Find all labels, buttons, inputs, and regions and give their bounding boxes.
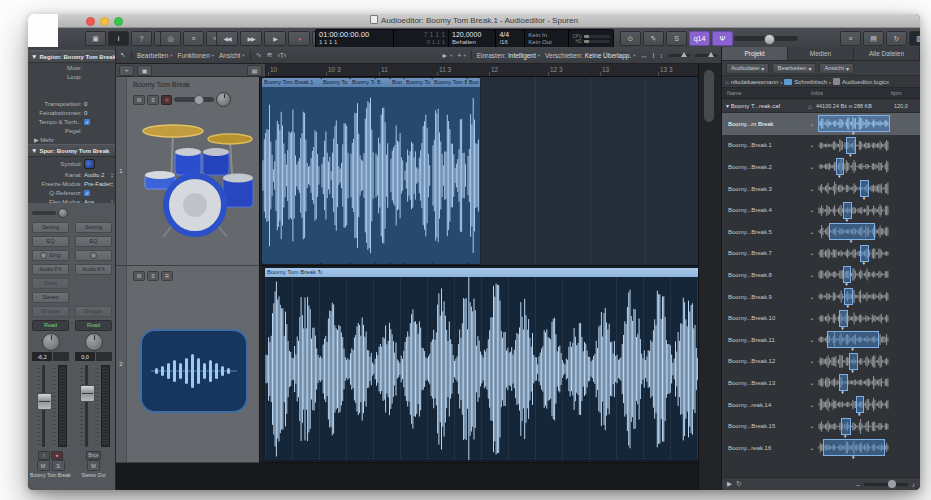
tuning-fork-icon[interactable]: Ψ: [712, 31, 733, 46]
track-2-value[interactable]: Pre-Fader: [84, 181, 111, 187]
note-pads-icon[interactable]: ▤: [863, 31, 884, 46]
master-volume-slider[interactable]: [734, 36, 798, 41]
audio-region[interactable]: Boomy To: [404, 78, 433, 264]
pan-knob[interactable]: [85, 333, 103, 351]
list-item[interactable]: Boomy...Break.8◒▾: [722, 264, 920, 286]
list-item[interactable]: Boomy...Break.9◒▾: [722, 286, 920, 308]
region-5-value[interactable]: 0: [84, 110, 115, 116]
list-item[interactable]: Boomy...Break.1◒▾: [722, 135, 920, 157]
breadcrumb-item[interactable]: Audioeditor.logicx: [842, 79, 889, 85]
list-item[interactable]: Boomy...Break.12◒▾: [722, 351, 920, 373]
track-1-value[interactable]: Audio 2: [84, 172, 111, 178]
play-button[interactable]: ▶: [264, 31, 286, 46]
breadcrumb-item[interactable]: nikolaikaessmann: [731, 79, 779, 85]
list-item[interactable]: Boomy...Break.13◒▾: [722, 372, 920, 394]
audio-region[interactable]: Boomy To: [321, 78, 351, 264]
audio-region[interactable]: Boomy To: [350, 78, 376, 264]
menu-bearbeiten[interactable]: Bearbeiten▾: [137, 52, 173, 59]
zoom-slider[interactable]: [668, 54, 690, 57]
list-item[interactable]: Boomy...Break.7◒▾: [722, 243, 920, 265]
volume-value[interactable]: -6,2: [32, 352, 52, 361]
record-enable-button[interactable]: [161, 95, 172, 105]
scrollbar-thumb[interactable]: [704, 70, 714, 122]
track-lane-1[interactable]: Boomy Tom Break.1Boomy ToBoomy ToBBooBoo…: [260, 77, 698, 266]
audio-region[interactable]: Boomy Tom Break.1: [262, 78, 322, 264]
zoom-v-icon[interactable]: ↕: [660, 52, 664, 59]
region-6-row[interactable]: Tempo & Tonh...✓: [28, 117, 115, 126]
region-1-row[interactable]: Loop:: [28, 72, 115, 81]
titlebar[interactable]: Audioeditor: Boomy Tom Break.1 - Audioed…: [28, 14, 920, 28]
browser-menu-audiodatei[interactable]: Audiodatei▾: [726, 63, 769, 74]
Setting-button[interactable]: Setting: [75, 222, 112, 233]
list-editors-icon[interactable]: ≡: [840, 31, 861, 46]
audio-region-selected[interactable]: Boomy Tom Break ↻: [264, 267, 698, 461]
Audio FX-button[interactable]: Audio FX: [75, 264, 112, 275]
track-lane-2[interactable]: Boomy Tom Break ↻: [260, 266, 698, 463]
zoom-h-icon[interactable]: ↔: [641, 52, 648, 59]
list-item[interactable]: Boomy...Break.3◒▾: [722, 178, 920, 200]
rewind-button[interactable]: ◀◀: [216, 31, 238, 46]
flex-icon[interactable]: ≋: [267, 51, 273, 59]
inspector-icon[interactable]: i: [108, 31, 129, 46]
list-item[interactable]: Boomy...Break.10◒▾: [722, 307, 920, 329]
solo-button[interactable]: S: [147, 271, 159, 281]
Gruppe-button[interactable]: Gruppe: [32, 306, 69, 317]
region-6-value[interactable]: ✓: [84, 119, 115, 125]
quantize-badge[interactable]: q14: [689, 31, 710, 46]
track-header-1[interactable]: 1Boomy Tom BreakMS: [116, 77, 260, 266]
quick-help-icon[interactable]: ?: [131, 31, 152, 46]
track-0-row[interactable]: Symbol:: [28, 157, 115, 170]
tab-projekt[interactable]: Projekt: [722, 47, 788, 60]
track-3-checkbox[interactable]: ✓: [84, 190, 90, 196]
track-0-track-icon[interactable]: [84, 159, 95, 169]
Bnce-mini-button[interactable]: Bnce: [86, 451, 100, 460]
volume-fader[interactable]: [80, 385, 95, 402]
mute-button[interactable]: M: [87, 460, 100, 471]
list-item[interactable]: Boomy...Break.2◒▾: [722, 156, 920, 178]
forward-button[interactable]: ▶▶: [240, 31, 262, 46]
region-4-row[interactable]: Transposition:0: [28, 99, 115, 108]
drag-mode-select[interactable]: Verschieben:Keine Überlapp.▾: [545, 52, 635, 59]
region-3-value[interactable]: ·: [84, 92, 115, 98]
list-item[interactable]: Boomy...m Break◒▾: [722, 113, 920, 135]
pan-knob[interactable]: [42, 333, 60, 351]
Stereo-button[interactable]: Stereo: [32, 292, 69, 303]
pointer-tool[interactable]: ►▾: [441, 52, 452, 59]
track-0-value[interactable]: [84, 159, 115, 169]
metronome-icon[interactable]: ✎: [643, 31, 664, 46]
region-4-value[interactable]: 0: [84, 101, 115, 107]
list-item[interactable]: Boomy...reak.16◒▾: [722, 437, 920, 459]
snap-mode-select[interactable]: Einrasten:Intelligent▾: [477, 52, 540, 59]
gain-knob[interactable]: [58, 208, 68, 218]
list-item[interactable]: Boomy...Break.15◒▾: [722, 415, 920, 437]
library-icon[interactable]: ▣: [85, 31, 106, 46]
volume-value[interactable]: 0,0: [75, 352, 95, 361]
slot-button[interactable]: [75, 250, 112, 261]
browser-menu-ansicht[interactable]: Ansicht▾: [819, 63, 854, 74]
track-header-2[interactable]: 2MSR: [116, 266, 260, 463]
menu-ansicht[interactable]: Ansicht▾: [219, 52, 245, 59]
region-7-row[interactable]: Pegel:: [28, 126, 115, 135]
pencil-tool[interactable]: +▾: [457, 52, 465, 59]
add-track-button[interactable]: +: [119, 65, 134, 76]
Read-button[interactable]: Read: [32, 320, 69, 331]
zoom-slider[interactable]: [695, 54, 717, 57]
mute-button[interactable]: M: [37, 460, 50, 471]
track-inspector[interactable]: ▼Spur: Boomy Tom Break: [28, 144, 115, 157]
mute-button[interactable]: M: [133, 271, 145, 281]
region-2-value[interactable]: ·: [84, 83, 115, 89]
smart-controls-icon[interactable]: ◎: [160, 31, 181, 46]
list-item[interactable]: Boomy...reak.14◒▾: [722, 394, 920, 416]
track-1-stepper[interactable]: ▴▾: [111, 172, 113, 178]
Setting-button[interactable]: Setting: [32, 222, 69, 233]
track-1-row[interactable]: Kanal:Audio 2▴▾: [28, 170, 115, 179]
vertical-scrollbar[interactable]: [698, 64, 721, 490]
solo-button[interactable]: S: [147, 95, 159, 105]
automation-icon[interactable]: ∿: [256, 51, 262, 59]
list-item[interactable]: Boomy...Break.11◒▾: [722, 329, 920, 351]
tab-alle-dateien[interactable]: Alle Dateien: [854, 47, 920, 60]
prelisten-icon[interactable]: ▶: [727, 480, 732, 488]
menu-funktionen[interactable]: Funktionen▾: [178, 52, 214, 59]
count-in-icon[interactable]: ⊙: [620, 31, 641, 46]
solo-button[interactable]: S: [52, 460, 65, 471]
